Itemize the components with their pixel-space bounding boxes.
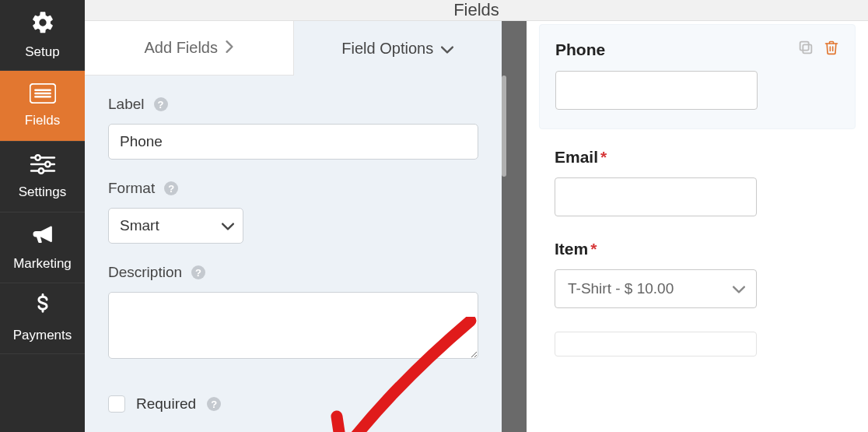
page-title: Fields <box>453 0 499 20</box>
svg-rect-11 <box>800 42 809 51</box>
sidebar-item-fields[interactable]: Fields <box>0 71 85 142</box>
description-heading: Description <box>108 264 182 281</box>
svg-point-5 <box>35 155 40 160</box>
sliders-icon <box>30 153 56 179</box>
format-heading: Format <box>108 180 155 197</box>
sidebar-item-marketing[interactable]: Marketing <box>0 212 85 283</box>
field-options-panel: Label ? Format ? Smart <box>85 76 502 432</box>
sidebar-item-label: Setup <box>25 44 59 60</box>
svg-rect-10 <box>803 44 811 53</box>
preview-field-placeholder <box>555 332 757 356</box>
sidebar: Setup Fields Settings Marketing Payments <box>0 0 85 432</box>
gear-icon <box>30 10 55 39</box>
form-preview: Phone <box>527 21 868 432</box>
help-icon[interactable]: ? <box>164 181 178 195</box>
svg-point-7 <box>45 162 50 167</box>
svg-point-9 <box>38 168 43 173</box>
preview-email-input[interactable] <box>555 177 757 216</box>
help-icon[interactable]: ? <box>191 265 205 279</box>
sidebar-item-label: Marketing <box>13 256 72 272</box>
label-heading: Label <box>108 96 145 113</box>
tab-label: Add Fields <box>145 39 219 57</box>
help-icon[interactable]: ? <box>154 97 168 111</box>
list-icon <box>30 83 56 107</box>
help-icon[interactable]: ? <box>207 397 221 411</box>
chevron-right-icon <box>226 39 233 57</box>
preview-label: Email <box>555 148 598 166</box>
required-checkbox[interactable] <box>108 395 125 413</box>
preview-phone-input[interactable] <box>555 71 758 110</box>
dollar-icon <box>35 293 51 322</box>
tab-field-options[interactable]: Field Options <box>294 21 502 76</box>
sidebar-item-payments[interactable]: Payments <box>0 283 85 354</box>
preview-label: Phone <box>555 40 605 59</box>
topbar: Fields <box>85 0 868 21</box>
label-input[interactable] <box>108 124 478 160</box>
preview-field-email[interactable]: Email* <box>555 148 840 216</box>
sidebar-item-label: Payments <box>13 328 72 343</box>
format-value: Smart <box>120 217 159 234</box>
tab-add-fields[interactable]: Add Fields <box>85 21 294 76</box>
chevron-down-icon <box>441 40 453 58</box>
tab-label: Field Options <box>341 40 433 58</box>
description-input[interactable] <box>108 292 478 359</box>
preview-item-select[interactable]: T-Shirt - $ 10.00 <box>555 269 757 308</box>
chevron-down-icon <box>222 217 234 234</box>
sidebar-item-setup[interactable]: Setup <box>0 0 85 71</box>
preview-label: Item <box>555 240 588 258</box>
preview-item-value: T-Shirt - $ 10.00 <box>568 280 674 297</box>
chevron-down-icon <box>733 280 745 297</box>
duplicate-icon[interactable] <box>797 39 814 60</box>
sidebar-item-settings[interactable]: Settings <box>0 142 85 212</box>
required-star-icon: * <box>590 240 597 258</box>
trash-icon[interactable] <box>824 39 839 60</box>
required-label: Required <box>136 395 196 413</box>
preview-field-item[interactable]: Item* T-Shirt - $ 10.00 <box>555 240 840 308</box>
preview-field-phone-selected[interactable]: Phone <box>539 24 856 129</box>
scrollbar[interactable] <box>502 76 506 177</box>
required-star-icon: * <box>600 148 607 166</box>
sidebar-item-label: Settings <box>19 184 66 200</box>
sidebar-item-label: Fields <box>25 113 60 128</box>
bullhorn-icon <box>30 223 55 251</box>
